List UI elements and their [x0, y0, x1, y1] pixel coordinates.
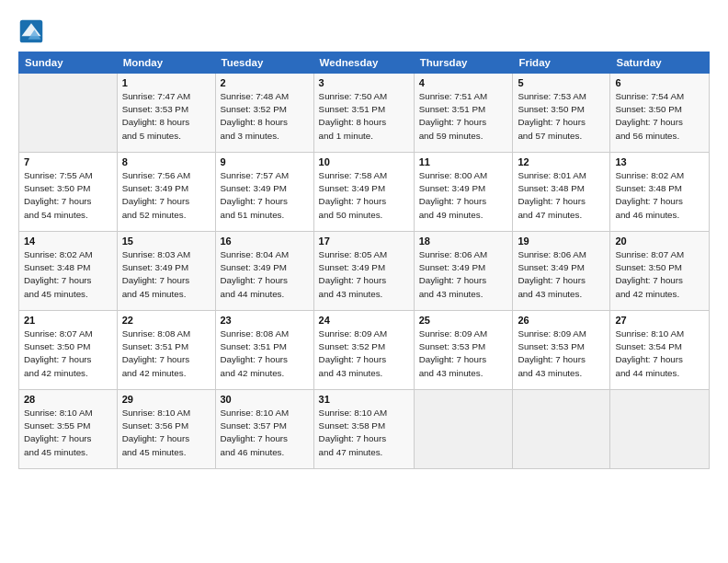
- day-info: Sunrise: 7:56 AMSunset: 3:49 PMDaylight:…: [122, 169, 210, 222]
- calendar-cell: 20Sunrise: 8:07 AMSunset: 3:50 PMDayligh…: [610, 232, 710, 311]
- weekday-header-friday: Friday: [513, 52, 610, 74]
- header: [18, 15, 710, 44]
- day-number: 27: [615, 315, 704, 326]
- day-number: 3: [319, 77, 409, 88]
- day-number: 16: [221, 236, 309, 247]
- week-row-2: 7Sunrise: 7:55 AMSunset: 3:50 PMDaylight…: [19, 153, 710, 232]
- calendar-cell: 8Sunrise: 7:56 AMSunset: 3:49 PMDaylight…: [117, 153, 215, 232]
- day-info: Sunrise: 8:08 AMSunset: 3:51 PMDaylight:…: [122, 327, 210, 380]
- day-info: Sunrise: 8:06 AMSunset: 3:49 PMDaylight:…: [419, 248, 508, 301]
- logo: [18, 18, 46, 44]
- calendar-cell: 15Sunrise: 8:03 AMSunset: 3:49 PMDayligh…: [117, 232, 215, 311]
- day-info: Sunrise: 7:58 AMSunset: 3:49 PMDaylight:…: [319, 169, 409, 222]
- day-number: 29: [122, 394, 210, 405]
- day-number: 1: [122, 77, 210, 88]
- day-number: 30: [221, 394, 309, 405]
- day-info: Sunrise: 8:02 AMSunset: 3:48 PMDaylight:…: [24, 248, 112, 301]
- day-number: 31: [319, 394, 409, 405]
- day-number: 18: [419, 236, 508, 247]
- day-number: 14: [24, 236, 112, 247]
- day-info: Sunrise: 7:50 AMSunset: 3:51 PMDaylight:…: [319, 90, 409, 143]
- day-number: 23: [221, 315, 309, 326]
- day-info: Sunrise: 8:02 AMSunset: 3:48 PMDaylight:…: [615, 169, 704, 222]
- calendar-cell: [414, 390, 513, 469]
- calendar-cell: 6Sunrise: 7:54 AMSunset: 3:50 PMDaylight…: [610, 74, 710, 153]
- calendar-cell: 25Sunrise: 8:09 AMSunset: 3:53 PMDayligh…: [414, 311, 513, 390]
- day-info: Sunrise: 7:55 AMSunset: 3:50 PMDaylight:…: [24, 169, 112, 222]
- day-info: Sunrise: 8:10 AMSunset: 3:58 PMDaylight:…: [319, 407, 409, 459]
- day-info: Sunrise: 7:54 AMSunset: 3:50 PMDaylight:…: [615, 90, 704, 143]
- day-number: 4: [419, 77, 508, 88]
- day-info: Sunrise: 8:10 AMSunset: 3:54 PMDaylight:…: [615, 327, 704, 380]
- calendar-cell: 28Sunrise: 8:10 AMSunset: 3:55 PMDayligh…: [19, 390, 118, 469]
- day-number: 13: [615, 156, 704, 167]
- day-number: 24: [319, 315, 409, 326]
- calendar-cell: 4Sunrise: 7:51 AMSunset: 3:51 PMDaylight…: [414, 74, 513, 153]
- calendar-cell: 1Sunrise: 7:47 AMSunset: 3:53 PMDaylight…: [117, 74, 215, 153]
- calendar-cell: 21Sunrise: 8:07 AMSunset: 3:50 PMDayligh…: [19, 311, 118, 390]
- calendar-cell: 27Sunrise: 8:10 AMSunset: 3:54 PMDayligh…: [610, 311, 710, 390]
- calendar-table: SundayMondayTuesdayWednesdayThursdayFrid…: [18, 52, 710, 469]
- weekday-header-monday: Monday: [117, 52, 215, 74]
- calendar-cell: 18Sunrise: 8:06 AMSunset: 3:49 PMDayligh…: [414, 232, 513, 311]
- day-number: 12: [518, 156, 605, 167]
- day-info: Sunrise: 7:53 AMSunset: 3:50 PMDaylight:…: [518, 90, 605, 143]
- day-info: Sunrise: 8:07 AMSunset: 3:50 PMDaylight:…: [24, 327, 112, 380]
- calendar-cell: 24Sunrise: 8:09 AMSunset: 3:52 PMDayligh…: [313, 311, 414, 390]
- day-number: 11: [419, 156, 508, 167]
- calendar-cell: 16Sunrise: 8:04 AMSunset: 3:49 PMDayligh…: [215, 232, 313, 311]
- day-info: Sunrise: 8:01 AMSunset: 3:48 PMDaylight:…: [518, 169, 605, 222]
- week-row-3: 14Sunrise: 8:02 AMSunset: 3:48 PMDayligh…: [19, 232, 710, 311]
- calendar-cell: 19Sunrise: 8:06 AMSunset: 3:49 PMDayligh…: [513, 232, 610, 311]
- day-info: Sunrise: 7:48 AMSunset: 3:52 PMDaylight:…: [221, 90, 309, 143]
- day-number: 8: [122, 156, 210, 167]
- day-info: Sunrise: 8:04 AMSunset: 3:49 PMDaylight:…: [221, 248, 309, 301]
- weekday-header-tuesday: Tuesday: [215, 52, 313, 74]
- day-info: Sunrise: 8:10 AMSunset: 3:56 PMDaylight:…: [122, 407, 210, 459]
- calendar-cell: 30Sunrise: 8:10 AMSunset: 3:57 PMDayligh…: [215, 390, 313, 469]
- day-number: 22: [122, 315, 210, 326]
- calendar-cell: 10Sunrise: 7:58 AMSunset: 3:49 PMDayligh…: [313, 153, 414, 232]
- weekday-header-sunday: Sunday: [19, 52, 118, 74]
- day-info: Sunrise: 7:47 AMSunset: 3:53 PMDaylight:…: [122, 90, 210, 143]
- calendar-cell: 9Sunrise: 7:57 AMSunset: 3:49 PMDaylight…: [215, 153, 313, 232]
- day-info: Sunrise: 8:05 AMSunset: 3:49 PMDaylight:…: [319, 248, 409, 301]
- day-info: Sunrise: 8:03 AMSunset: 3:49 PMDaylight:…: [122, 248, 210, 301]
- calendar-cell: 31Sunrise: 8:10 AMSunset: 3:58 PMDayligh…: [313, 390, 414, 469]
- calendar-cell: 26Sunrise: 8:09 AMSunset: 3:53 PMDayligh…: [513, 311, 610, 390]
- day-number: 19: [518, 236, 605, 247]
- day-number: 9: [221, 156, 309, 167]
- day-info: Sunrise: 8:09 AMSunset: 3:53 PMDaylight:…: [518, 327, 605, 380]
- calendar-cell: [610, 390, 710, 469]
- weekday-header-thursday: Thursday: [414, 52, 513, 74]
- weekday-header-saturday: Saturday: [610, 52, 710, 74]
- calendar-cell: 7Sunrise: 7:55 AMSunset: 3:50 PMDaylight…: [19, 153, 118, 232]
- day-info: Sunrise: 8:09 AMSunset: 3:52 PMDaylight:…: [319, 327, 409, 380]
- day-number: 17: [319, 236, 409, 247]
- day-info: Sunrise: 8:09 AMSunset: 3:53 PMDaylight:…: [419, 327, 508, 380]
- week-row-4: 21Sunrise: 8:07 AMSunset: 3:50 PMDayligh…: [19, 311, 710, 390]
- calendar-cell: 13Sunrise: 8:02 AMSunset: 3:48 PMDayligh…: [610, 153, 710, 232]
- calendar-cell: 14Sunrise: 8:02 AMSunset: 3:48 PMDayligh…: [19, 232, 118, 311]
- day-info: Sunrise: 8:07 AMSunset: 3:50 PMDaylight:…: [615, 248, 704, 301]
- day-info: Sunrise: 8:06 AMSunset: 3:49 PMDaylight:…: [518, 248, 605, 301]
- day-info: Sunrise: 8:10 AMSunset: 3:57 PMDaylight:…: [221, 407, 309, 459]
- day-info: Sunrise: 8:08 AMSunset: 3:51 PMDaylight:…: [221, 327, 309, 380]
- day-number: 10: [319, 156, 409, 167]
- day-number: 5: [518, 77, 605, 88]
- calendar-cell: [513, 390, 610, 469]
- calendar-cell: 3Sunrise: 7:50 AMSunset: 3:51 PMDaylight…: [313, 74, 414, 153]
- day-number: 2: [221, 77, 309, 88]
- weekday-header-wednesday: Wednesday: [313, 52, 414, 74]
- week-row-5: 28Sunrise: 8:10 AMSunset: 3:55 PMDayligh…: [19, 390, 710, 469]
- day-number: 7: [24, 156, 112, 167]
- day-number: 20: [615, 236, 704, 247]
- calendar-cell: 2Sunrise: 7:48 AMSunset: 3:52 PMDaylight…: [215, 74, 313, 153]
- logo-icon: [18, 18, 44, 44]
- calendar-cell: 23Sunrise: 8:08 AMSunset: 3:51 PMDayligh…: [215, 311, 313, 390]
- day-info: Sunrise: 7:57 AMSunset: 3:49 PMDaylight:…: [221, 169, 309, 222]
- calendar-cell: 11Sunrise: 8:00 AMSunset: 3:49 PMDayligh…: [414, 153, 513, 232]
- day-info: Sunrise: 8:10 AMSunset: 3:55 PMDaylight:…: [24, 407, 112, 459]
- calendar-cell: 22Sunrise: 8:08 AMSunset: 3:51 PMDayligh…: [117, 311, 215, 390]
- day-info: Sunrise: 7:51 AMSunset: 3:51 PMDaylight:…: [419, 90, 508, 143]
